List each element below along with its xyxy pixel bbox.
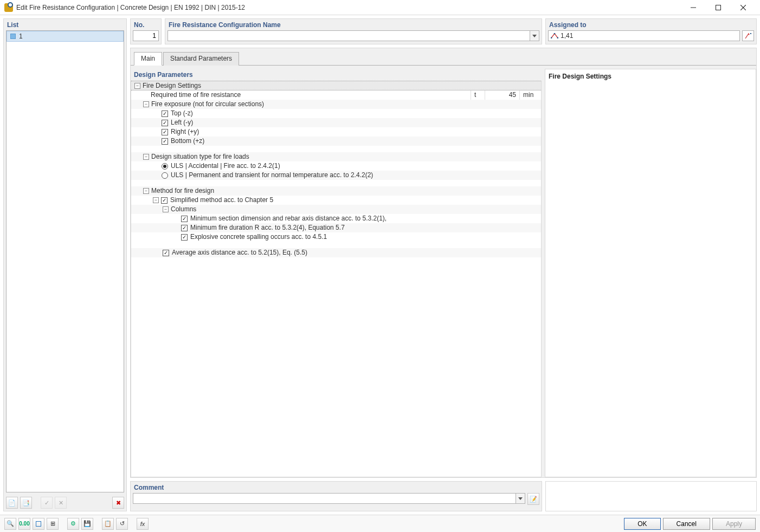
minimize-button[interactable] [681,1,706,14]
tree-row[interactable]: − Method for fire design [131,186,541,196]
tree-row[interactable]: − Design situation type for fire loads [131,152,541,161]
tree-row[interactable]: − Fire exposure (not for circular sectio… [131,100,541,109]
exclude-button[interactable]: ✕ [55,497,67,509]
tree-row[interactable]: − Columns [131,205,541,214]
tree-row[interactable]: ULS | Permanent and transient for normal… [131,171,541,180]
tree-row[interactable]: − Fire Design Settings [131,81,541,90]
tree-label: Fire exposure (not for circular sections… [151,100,264,109]
list-box[interactable]: 1 [6,30,124,492]
close-button[interactable] [731,1,756,14]
pick-icon [744,32,752,40]
help-button[interactable]: 🔍 [4,518,16,530]
checkbox-avg-axis[interactable] [163,250,169,256]
square-icon [36,521,41,527]
tree-label: Right (+y) [171,127,199,137]
copy-item-button[interactable]: 📑 [20,497,32,509]
param-symbol: t [471,90,485,100]
calc-button[interactable]: ⚙ [67,518,79,530]
copy-button[interactable]: 📋 [102,518,114,530]
title-bar: Edit Fire Resistance Configuration | Con… [0,0,760,15]
tree-row[interactable]: Required time of fire resistance t 45 mi… [131,90,541,100]
svg-marker-4 [532,35,537,37]
tree-label: Minimum section dimension and rebar axis… [190,214,387,223]
comment-edit-button[interactable]: 📝 [527,493,539,505]
tree-row[interactable]: Bottom (+z) [131,137,541,146]
maximize-button[interactable] [706,1,731,14]
tree-spacer [131,146,541,152]
collapse-icon[interactable]: − [163,206,169,212]
tree-label: Minimum fire duration R acc. to 5.3.2(4)… [190,223,345,232]
tree-label: Bottom (+z) [171,137,204,146]
tree-label: Average axis distance acc. to 5.2(15), E… [172,248,307,257]
checkbox-top[interactable] [162,111,168,117]
maximize-icon [716,5,721,10]
svg-line-10 [745,34,749,38]
tab-standard-parameters[interactable]: Standard Parameters [163,52,239,66]
cancel-button[interactable]: Cancel [663,518,710,530]
checkbox-right[interactable] [162,129,168,135]
design-parameters-heading: Design Parameters [131,69,542,81]
ok-button[interactable]: OK [624,518,660,530]
delete-item-button[interactable]: ✖ [112,497,124,509]
checkbox-bottom[interactable] [162,138,168,145]
tree-row[interactable]: ULS | Accidental | Fire acc. to 2.4.2(1) [131,161,541,171]
assigned-field-group: Assigned to 1,41 [545,18,757,44]
tree-button[interactable]: ⊞ [47,518,59,530]
collapse-icon[interactable]: − [143,101,149,107]
exclude-icon: ✕ [59,499,63,507]
tree-row[interactable]: Top (-z) [131,109,541,118]
tree-label: Required time of fire resistance [151,90,241,100]
chevron-down-icon [518,497,523,500]
tree-row[interactable]: Average axis distance acc. to 5.2(15), E… [131,248,541,257]
tree-label: Top (-z) [171,109,193,118]
tree-row[interactable]: Minimum section dimension and rebar axis… [131,214,541,223]
include-button[interactable]: ✓ [41,497,53,509]
tab-main[interactable]: Main [134,52,162,66]
tree-row[interactable]: Left (-y) [131,118,541,127]
svg-line-5 [551,34,555,38]
collapse-icon[interactable]: − [143,154,149,160]
checkbox-left[interactable] [162,120,168,126]
tree-row[interactable]: Right (+y) [131,127,541,137]
tree-spacer [131,242,541,248]
collapse-icon[interactable]: − [134,83,140,89]
units-button[interactable]: 0.00 [18,518,30,530]
no-input[interactable] [133,30,159,41]
collapse-icon[interactable]: − [153,197,159,203]
tree-spacer [131,180,541,186]
name-input[interactable] [168,30,530,41]
collapse-icon[interactable]: − [143,188,149,194]
list-panel: List 1 📄 📑 ✓ ✕ ✖ [3,18,127,511]
param-value[interactable]: 45 [485,90,519,100]
comment-input[interactable] [133,493,516,504]
tree-row[interactable]: Explosive concrete spalling occurs acc. … [131,232,541,242]
view-button[interactable] [33,518,44,530]
comment-dropdown-button[interactable] [516,493,525,504]
parameters-tree[interactable]: − Fire Design Settings Required time of … [131,81,542,477]
header-row: No. Fire Resistance Configuration Name A… [130,18,757,44]
tree-row[interactable]: − Simplified method acc. to Chapter 5 [131,196,541,205]
checkbox-explosive[interactable] [181,234,188,241]
assigned-input[interactable]: 1,41 [548,30,740,41]
name-label: Fire Resistance Configuration Name [165,19,542,30]
list-heading: List [4,19,126,30]
tree-label: ULS | Permanent and transient for normal… [171,171,373,180]
minimize-icon [691,5,696,10]
assigned-pick-button[interactable] [742,30,754,41]
list-item[interactable]: 1 [7,31,124,42]
function-icon: fx [140,521,145,527]
checkbox-min-section[interactable] [181,216,188,222]
function-button[interactable]: fx [137,518,149,530]
comment-label: Comment [131,482,542,493]
name-dropdown-button[interactable] [530,30,539,41]
checkbox-simplified[interactable] [161,197,168,204]
no-label: No. [131,19,161,30]
save-config-button[interactable]: 💾 [81,518,93,530]
apply-button[interactable]: Apply [712,518,756,530]
new-item-button[interactable]: 📄 [6,497,18,509]
radio-uls-accidental[interactable] [162,163,168,170]
tree-row[interactable]: Minimum fire duration R acc. to 5.3.2(4)… [131,223,541,232]
radio-uls-permanent[interactable] [162,172,168,179]
checkbox-min-fire[interactable] [181,225,188,231]
reset-button[interactable]: ↺ [116,518,128,530]
